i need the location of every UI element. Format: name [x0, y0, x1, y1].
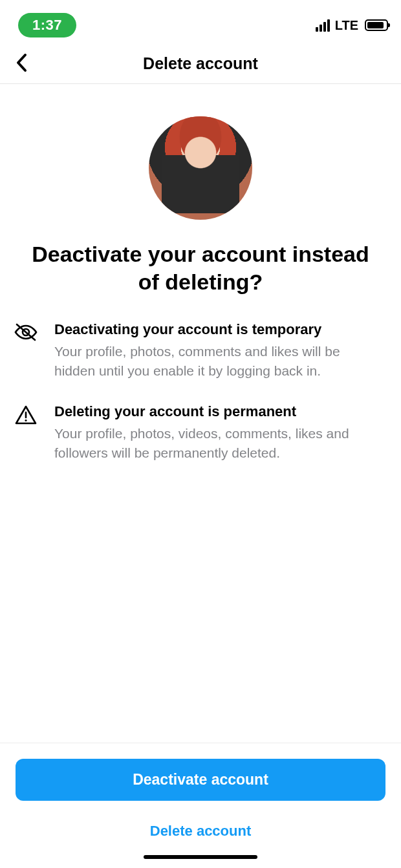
- footer: Deactivate account Delete account: [0, 743, 401, 868]
- info-item-deactivate: Deactivating your account is temporary Y…: [13, 321, 382, 381]
- info-item-delete: Deleting your account is permanent Your …: [13, 403, 382, 463]
- info-description: Your profile, photos, videos, comments, …: [54, 424, 382, 463]
- home-indicator[interactable]: [144, 855, 257, 859]
- info-title: Deactivating your account is temporary: [54, 321, 382, 338]
- page-title: Delete account: [143, 54, 258, 73]
- deactivate-account-button[interactable]: Deactivate account: [16, 759, 385, 801]
- info-list: Deactivating your account is temporary Y…: [0, 321, 401, 463]
- status-indicators: LTE: [316, 18, 388, 33]
- info-title: Deleting your account is permanent: [54, 403, 382, 420]
- svg-point-3: [25, 419, 27, 421]
- chevron-left-icon: [16, 53, 27, 72]
- status-bar: 1:37 LTE: [0, 0, 401, 44]
- warning-triangle-icon: [13, 403, 39, 425]
- battery-icon: [365, 19, 388, 31]
- main-heading: Deactivate your account instead of delet…: [0, 240, 401, 295]
- eye-slash-icon: [13, 321, 39, 342]
- network-type: LTE: [335, 18, 358, 33]
- avatar: [149, 116, 252, 220]
- status-time: 1:37: [18, 13, 76, 37]
- back-button[interactable]: [9, 47, 34, 81]
- nav-header: Delete account: [0, 44, 401, 84]
- main-content: Deactivate your account instead of delet…: [0, 84, 401, 463]
- svg-line-1: [17, 324, 35, 340]
- delete-account-button[interactable]: Delete account: [16, 818, 385, 855]
- info-description: Your profile, photos, comments and likes…: [54, 342, 382, 381]
- cell-signal-icon: [316, 19, 330, 32]
